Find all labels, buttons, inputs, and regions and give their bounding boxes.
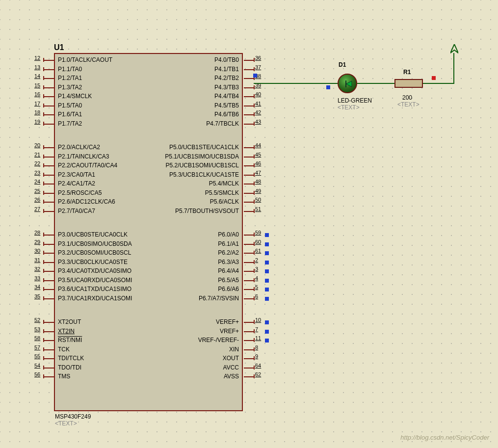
pin-lead[interactable] (244, 376, 254, 377)
pin-lead[interactable] (244, 96, 254, 97)
pin-tick (254, 94, 255, 98)
pin-label: P2.4/CA1/TA2 (58, 180, 95, 187)
pin-lead[interactable] (44, 147, 54, 148)
pin-tick (254, 191, 255, 195)
pin-lead[interactable] (44, 262, 54, 263)
pin-lead[interactable] (44, 114, 54, 115)
pin-lead[interactable] (44, 349, 54, 350)
pin-lead[interactable] (244, 368, 254, 369)
pin-lead[interactable] (44, 124, 54, 125)
pin-tick (254, 155, 255, 158)
pin-lead[interactable] (244, 202, 254, 203)
pin-lead[interactable] (44, 280, 54, 281)
pin-lead[interactable] (44, 193, 54, 194)
pin-number: 52 (34, 317, 43, 323)
pin-lead[interactable] (44, 358, 54, 359)
pin-lead[interactable] (244, 322, 254, 323)
pin-lead[interactable] (244, 244, 254, 245)
pin-lead[interactable] (44, 78, 54, 79)
pin-lead[interactable] (44, 253, 54, 254)
pin-lead[interactable] (244, 349, 254, 350)
pin-lead[interactable] (244, 193, 254, 194)
pin-lead[interactable] (244, 157, 254, 158)
pin-label: VREF-/VEREF- (198, 337, 239, 343)
pin-lead[interactable] (244, 184, 254, 184)
wire-d1-to-r1[interactable] (357, 83, 394, 84)
pin-lead[interactable] (44, 376, 54, 377)
pin-lead[interactable] (244, 289, 254, 290)
wire-p42-to-d1[interactable] (254, 83, 338, 84)
net-node (265, 242, 269, 246)
pin-number: 37 (255, 64, 264, 70)
pin-lead[interactable] (44, 298, 54, 299)
pin-lead[interactable] (44, 69, 54, 70)
pin-lead[interactable] (44, 165, 54, 166)
power-arrow-icon (450, 44, 458, 54)
pin-number: 28 (34, 230, 43, 236)
pin-lead[interactable] (44, 60, 54, 61)
pin-number: 48 (255, 179, 264, 184)
pin-number: 36 (255, 55, 264, 61)
pin-lead[interactable] (244, 105, 254, 106)
pin-lead[interactable] (44, 271, 54, 272)
pin-number: 40 (255, 91, 264, 97)
pin-lead[interactable] (44, 211, 54, 212)
pin-lead[interactable] (244, 235, 254, 236)
pin-label: XT2IN (58, 328, 75, 335)
pin-lead[interactable] (44, 87, 54, 88)
pin-label: P2.6/ADC12CLK/CA6 (58, 198, 115, 205)
pin-lead[interactable] (244, 211, 254, 212)
pin-lead[interactable] (244, 358, 254, 359)
pin-lead[interactable] (244, 114, 254, 115)
wire-r1-to-power-h[interactable] (423, 83, 454, 84)
pin-label: P6.7/A7/SVSIN (199, 295, 239, 302)
pin-lead[interactable] (44, 105, 54, 106)
pin-lead[interactable] (44, 331, 54, 332)
pin-lead[interactable] (44, 289, 54, 290)
pin-number: 44 (255, 142, 264, 148)
pin-lead[interactable] (244, 165, 254, 166)
pin-number: 41 (255, 101, 264, 106)
pin-lead[interactable] (244, 69, 254, 70)
pin-tick (254, 251, 255, 255)
pin-label: P4.0/TB0 (214, 56, 239, 63)
pin-label: P6.6/A6 (218, 286, 239, 292)
pin-lead[interactable] (44, 322, 54, 323)
pin-lead[interactable] (244, 331, 254, 332)
pin-lead[interactable] (44, 202, 54, 203)
pin-tick (43, 320, 44, 324)
pin-lead[interactable] (44, 368, 54, 369)
pin-lead[interactable] (44, 96, 54, 97)
pin-lead[interactable] (244, 124, 254, 125)
pin-lead[interactable] (244, 87, 254, 88)
pin-number: 32 (34, 266, 43, 272)
pin-lead[interactable] (44, 157, 54, 158)
pin-lead[interactable] (244, 271, 254, 272)
d1-ref: D1 (339, 61, 346, 68)
pin-lead[interactable] (44, 184, 54, 184)
pin-tick (43, 356, 44, 360)
pin-lead[interactable] (244, 280, 254, 281)
pin-lead[interactable] (244, 253, 254, 254)
r1-ref: R1 (403, 69, 411, 76)
pin-number: 13 (34, 64, 43, 70)
pin-lead[interactable] (244, 262, 254, 263)
pin-lead[interactable] (44, 340, 54, 341)
pin-lead[interactable] (244, 340, 254, 341)
pin-lead[interactable] (244, 60, 254, 61)
pin-number: 27 (34, 206, 43, 212)
pin-lead[interactable] (44, 175, 54, 176)
pin-number: 43 (255, 119, 264, 125)
pin-tick (43, 163, 44, 167)
pin-tick (254, 338, 255, 342)
pin-lead[interactable] (244, 147, 254, 148)
pin-number: 3 (255, 266, 264, 272)
pin-lead[interactable] (244, 298, 254, 299)
pin-lead[interactable] (44, 235, 54, 236)
pin-lead[interactable] (244, 78, 254, 79)
wire-r1-to-power-v[interactable] (453, 53, 454, 84)
r1-resistor[interactable] (394, 79, 423, 88)
pin-lead[interactable] (44, 244, 54, 245)
pin-lead[interactable] (244, 175, 254, 176)
pin-number: 57 (34, 344, 43, 350)
